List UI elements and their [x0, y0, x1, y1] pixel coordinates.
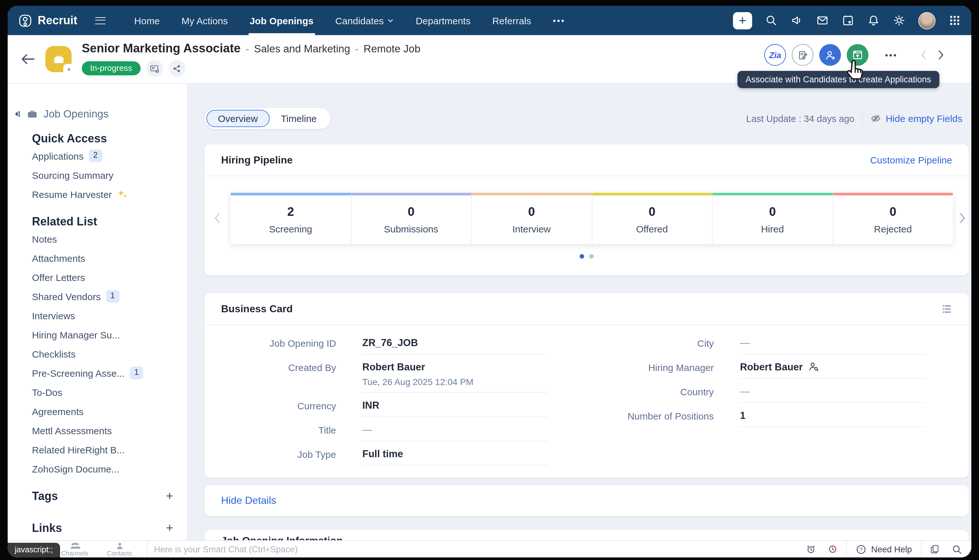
sidebar-item-mettl-assessments[interactable]: Mettl Assessments	[8, 421, 187, 440]
pipeline-prev-button[interactable]	[214, 212, 221, 227]
sidebar-item-resume-harvester[interactable]: Resume Harvester	[8, 185, 187, 204]
brand-logo[interactable]: Recruit	[18, 13, 77, 28]
pipeline-stage-rejected[interactable]: 0 Rejected	[833, 193, 953, 244]
zia-button[interactable]: Zia	[764, 44, 786, 66]
customize-pipeline-link[interactable]: Customize Pipeline	[870, 155, 952, 165]
change-status-button[interactable]	[146, 60, 163, 77]
field-value[interactable]: Robert Bauer	[740, 361, 803, 373]
announcement-icon[interactable]	[790, 14, 803, 27]
calendar-icon[interactable]	[842, 14, 854, 27]
sidebar-module-header[interactable]: Job Openings	[13, 107, 187, 121]
sidebar-item-interviews[interactable]: Interviews	[8, 306, 187, 325]
person-search-icon[interactable]	[809, 362, 819, 372]
help-question-icon: ?	[856, 544, 867, 555]
nav-item-departments[interactable]: Departments	[414, 6, 472, 35]
job-opening-information-card: Job Opening Information	[204, 530, 969, 540]
field-hiring-manager: Hiring Manager Robert Bauer	[586, 361, 969, 379]
tags-heading: Tags +	[8, 488, 187, 504]
apps-grid-icon[interactable]	[948, 14, 961, 27]
app-screen: Recruit Home My Actions Job Openings Can…	[0, 0, 979, 560]
sidebar-item-zohosign-documents[interactable]: ZohoSign Docume...	[8, 459, 187, 478]
nav-item-candidates[interactable]: Candidates	[334, 6, 395, 35]
field-job-opening-id: Job Opening ID ZR_76_JOB	[204, 337, 586, 354]
need-help-button[interactable]: ? Need Help	[846, 541, 922, 557]
nav-item-referrals[interactable]: Referrals	[491, 6, 533, 35]
sidebar-item-offer-letters[interactable]: Offer Letters	[8, 268, 187, 287]
mail-icon[interactable]	[816, 14, 829, 27]
field-value-empty: —	[363, 423, 548, 435]
back-button[interactable]	[20, 53, 35, 65]
field-value: Full time	[363, 448, 548, 460]
top-navbar: Recruit Home My Actions Job Openings Can…	[8, 6, 971, 35]
notes-edit-button[interactable]	[792, 44, 814, 66]
sidebar-item-shared-vendors[interactable]: Shared Vendors 1	[8, 287, 187, 306]
tab-overview[interactable]: Overview	[206, 110, 269, 127]
hide-empty-fields-link[interactable]: Hide empty Fields	[870, 113, 962, 124]
pipeline-stage-hired[interactable]: 0 Hired	[713, 193, 833, 244]
zoom-search-icon[interactable]	[952, 544, 962, 555]
pipeline-stage-submissions[interactable]: 0 Submissions	[351, 193, 472, 244]
share-button[interactable]	[169, 60, 185, 77]
hamburger-menu-icon[interactable]	[95, 17, 105, 24]
associate-candidates-button[interactable]	[819, 44, 841, 66]
field-country: Country —	[586, 385, 969, 403]
field-value[interactable]: Robert Bauer	[363, 361, 548, 373]
recent-history-icon[interactable]	[827, 544, 838, 554]
next-record-button[interactable]	[938, 50, 944, 60]
search-icon[interactable]	[765, 14, 778, 27]
user-avatar[interactable]	[918, 12, 936, 29]
pagination-dot[interactable]	[589, 254, 594, 258]
pipeline-stage-screening[interactable]: 2 Screening	[231, 193, 351, 244]
job-opening-tile	[45, 46, 72, 72]
sidebar-item-sourcing-summary[interactable]: Sourcing Summary	[8, 165, 187, 185]
divider	[862, 112, 863, 125]
chevron-right-icon	[938, 50, 944, 60]
field-value: 1	[740, 409, 926, 422]
more-actions-icon[interactable]: •••	[885, 50, 897, 60]
sidebar-item-pre-screening-assessments[interactable]: Pre-Screening Asse... 1	[8, 363, 187, 382]
view-tabs: Overview Timeline	[204, 108, 330, 129]
sidebar-item-checklists[interactable]: Checklists	[8, 344, 187, 363]
sidebar-item-applications[interactable]: Applications 2	[8, 146, 187, 165]
nav-item-home[interactable]: Home	[133, 6, 161, 35]
nav-more-icon[interactable]: •••	[551, 6, 566, 35]
main-content: Overview Timeline Last Update : 34 days …	[188, 83, 971, 540]
nav-item-job-openings[interactable]: Job Openings	[248, 6, 315, 35]
quick-create-button[interactable]: +	[733, 12, 752, 29]
pipeline-stage-offered[interactable]: 0 Offered	[592, 193, 713, 244]
add-link-button[interactable]: +	[166, 521, 173, 535]
reminders-alarm-icon[interactable]	[806, 544, 816, 554]
notifications-bell-icon[interactable]	[867, 14, 880, 27]
chevron-down-icon	[388, 18, 394, 23]
record-header: Senior Marketing Associate - Sales and M…	[8, 35, 971, 83]
sidebar-item-agreements[interactable]: Agreements	[8, 402, 187, 421]
collapse-sidebar-icon[interactable]	[13, 110, 21, 118]
smart-chat-input[interactable]	[154, 544, 512, 554]
field-title: Title —	[204, 423, 586, 441]
sidebar-item-hiring-manager-submissions[interactable]: Hiring Manager Su...	[8, 325, 187, 344]
previous-record-button[interactable]	[921, 50, 926, 60]
hide-details-card: Hide Details	[204, 485, 969, 516]
hide-details-link[interactable]: Hide Details	[221, 495, 276, 507]
status-badge[interactable]: In-progress	[82, 61, 140, 75]
share-icon	[173, 64, 181, 72]
pipeline-stage-interview[interactable]: 0 Interview	[472, 193, 592, 244]
tab-timeline[interactable]: Timeline	[269, 110, 328, 127]
sidebar-item-attachments[interactable]: Attachments	[8, 248, 187, 268]
field-currency: Currency INR	[204, 399, 586, 417]
copy-sheets-icon[interactable]	[930, 544, 940, 554]
sidebar-item-related-hireright[interactable]: Related HireRight B...	[8, 440, 187, 459]
count-badge: 2	[89, 150, 102, 162]
nav-item-my-actions[interactable]: My Actions	[180, 6, 229, 35]
sidebar-item-to-dos[interactable]: To-Dos	[8, 382, 187, 402]
add-tag-button[interactable]: +	[166, 489, 173, 503]
last-update-text: Last Update : 34 days ago	[746, 113, 854, 123]
sidebar-item-notes[interactable]: Notes	[8, 229, 187, 248]
pipeline-next-button[interactable]	[959, 212, 966, 227]
settings-gear-icon[interactable]	[893, 14, 905, 27]
chevron-left-icon	[921, 50, 926, 60]
contacts-button[interactable]: Contacts	[97, 542, 142, 557]
field-list-icon[interactable]	[942, 303, 952, 314]
pagination-dot-active[interactable]	[580, 254, 584, 258]
field-value: INR	[363, 399, 548, 411]
